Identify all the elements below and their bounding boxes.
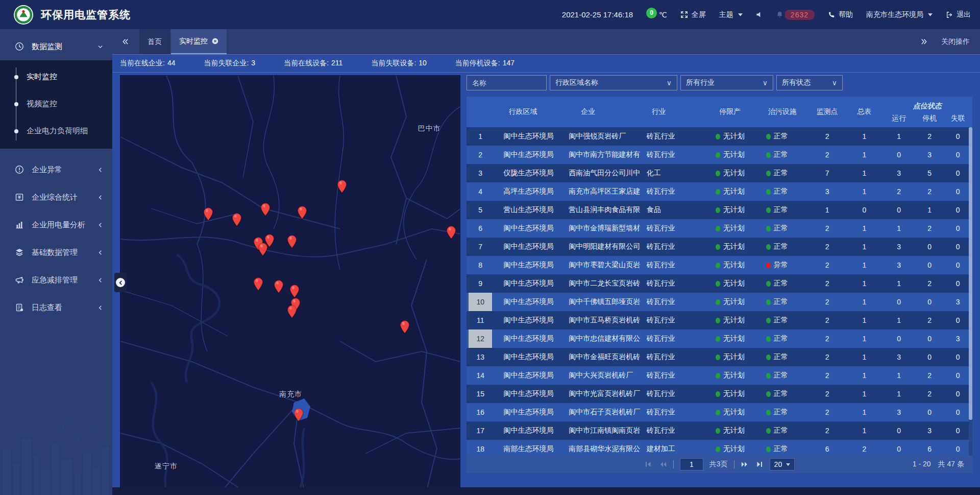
- map-marker[interactable]: [274, 280, 283, 293]
- map-marker[interactable]: [287, 235, 297, 248]
- row-number: 15: [467, 385, 495, 403]
- sidebar-item-基础数据管理[interactable]: 基础数据管理: [0, 239, 112, 266]
- map-marker[interactable]: [447, 226, 456, 239]
- map-marker[interactable]: [261, 203, 270, 216]
- sidebar-item-企业用电量分析[interactable]: 企业用电量分析: [0, 211, 112, 239]
- status-dot: [766, 281, 771, 287]
- table-row[interactable]: 4高坪生态环境局南充市高坪区王家店建砖瓦行业无计划正常31220: [467, 182, 972, 201]
- sidebar-item-数据监测[interactable]: 数据监测: [0, 33, 112, 60]
- map[interactable]: 巴中市南充市遂宁市: [120, 75, 460, 490]
- row-number: 8: [467, 256, 495, 274]
- scrollbar-thumb[interactable]: [969, 127, 972, 420]
- fullscreen-button[interactable]: 全屏: [680, 10, 706, 19]
- tabs-scroll-right-button[interactable]: [920, 38, 928, 45]
- sidebar-item-应急减排管理[interactable]: 应急减排管理: [0, 266, 112, 294]
- table-row[interactable]: 7阆中生态环境局阆中明阳建材有限公司砖瓦行业无计划正常21300: [467, 238, 972, 256]
- next-page-button[interactable]: [741, 460, 749, 468]
- industry-select[interactable]: 所有行业 ∨: [680, 75, 773, 90]
- sound-toggle[interactable]: [756, 11, 763, 18]
- table-row[interactable]: 17阆中生态环境局阆中市江南镇阆南页岩砖瓦行业无计划正常21030: [467, 421, 972, 440]
- table-cell: 1: [846, 238, 882, 256]
- tab-首页[interactable]: 首页: [139, 29, 170, 54]
- sidebar-subitem-视频监控[interactable]: 视频监控: [0, 90, 112, 117]
- stat-item: 当前在线设备:211: [284, 59, 342, 68]
- sidebar-subitem-企业电力负荷明细[interactable]: 企业电力负荷明细: [0, 117, 112, 145]
- sidebar-item-企业综合统计[interactable]: 企业综合统计: [0, 183, 112, 211]
- map-marker[interactable]: [294, 408, 303, 421]
- col-header-point-status-group: 点位状态 运行 停机 失联: [883, 97, 972, 127]
- status-dot: [766, 263, 771, 268]
- map-marker[interactable]: [232, 213, 241, 226]
- close-operations-button[interactable]: 关闭操作: [941, 37, 970, 46]
- notifications[interactable]: 2632: [776, 10, 815, 20]
- region-select[interactable]: 行政区域名称 ∨: [550, 75, 677, 90]
- table-cell: 14: [467, 366, 495, 385]
- status-dot: [766, 446, 771, 452]
- map-marker[interactable]: [254, 277, 263, 291]
- table-cell: 1: [846, 164, 882, 182]
- table-row[interactable]: 1阆中生态环境局阆中强锐页岩砖厂砖瓦行业无计划正常21120: [467, 127, 972, 146]
- table-row[interactable]: 14阆中生态环境局阆中大兴页岩机砖厂砖瓦行业无计划正常21120: [467, 366, 972, 385]
- table-row[interactable]: 10阆中生态环境局阆中千佛镇五郎垭页岩砖瓦行业无计划正常21003: [467, 293, 972, 311]
- stat-value: 147: [503, 59, 514, 67]
- table-cell: 阆中市忠信建材有限公: [566, 329, 645, 348]
- filter-bar: 行政区域名称 ∨ 所有行业 ∨ 所有状态 ∨: [467, 75, 972, 90]
- row-number: 6: [467, 219, 495, 238]
- table-row[interactable]: 2阆中生态环境局阆中市南方节能建材有砖瓦行业无计划正常21030: [467, 146, 972, 164]
- map-marker[interactable]: [204, 207, 213, 221]
- prev-page-button[interactable]: [658, 460, 667, 468]
- map-collapse-handle[interactable]: [114, 273, 127, 292]
- user-org-menu[interactable]: 南充市生态环境局: [866, 10, 933, 19]
- table-row[interactable]: 8阆中生态环境局阆中市枣碧大梁山页岩砖瓦行业无计划异常21300: [467, 256, 972, 274]
- map-marker[interactable]: [290, 285, 299, 298]
- map-marker[interactable]: [265, 234, 274, 247]
- page-size-select[interactable]: 20: [770, 458, 795, 470]
- logout-button[interactable]: 退出: [946, 10, 971, 19]
- table-row[interactable]: 16阆中生态环境局阆中市石子页岩机砖厂砖瓦行业无计划正常21300: [467, 403, 972, 421]
- tabs-scroll-left-button[interactable]: [112, 29, 138, 54]
- status-dot: [766, 391, 771, 397]
- table-cell: 食品: [645, 201, 703, 219]
- sidebar-item-日志查看[interactable]: 日志查看: [0, 294, 112, 321]
- map-city-label: 巴中市: [418, 124, 441, 133]
- table-cell: 无计划: [703, 329, 757, 348]
- row-number: 9: [467, 274, 495, 293]
- table-row[interactable]: 5营山生态环境局营山县润丰肉食品有限食品无计划正常10010: [467, 201, 972, 219]
- app-logo-icon: [13, 5, 34, 25]
- sidebar-subitem-label: 视频监控: [27, 99, 57, 109]
- map-marker[interactable]: [298, 206, 307, 219]
- theme-menu[interactable]: 主题: [719, 10, 743, 19]
- name-search-input[interactable]: [472, 79, 541, 87]
- table-cell: 正常: [757, 329, 808, 348]
- status-select[interactable]: 所有状态 ∨: [776, 75, 843, 90]
- table-row[interactable]: 9阆中生态环境局阆中市二龙长宝页岩砖砖瓦行业无计划正常21120: [467, 274, 972, 293]
- map-marker[interactable]: [287, 305, 297, 318]
- map-marker[interactable]: [400, 320, 409, 334]
- table-row[interactable]: 11阆中生态环境局阆中市五马桥页岩机砖砖瓦行业无计划正常21120: [467, 311, 972, 329]
- sidebar-item-企业异常[interactable]: 企业异常: [0, 156, 112, 183]
- table-scrollbar[interactable]: [969, 127, 972, 467]
- chevron-down-icon: [786, 463, 790, 466]
- help-button[interactable]: 帮助: [828, 10, 853, 19]
- status-text: 正常: [774, 316, 788, 325]
- tab-实时监控[interactable]: 实时监控: [171, 29, 227, 54]
- page-number-input[interactable]: [680, 458, 703, 470]
- table-cell: 2: [467, 146, 495, 164]
- table-row[interactable]: 12阆中生态环境局阆中市忠信建材有限公砖瓦行业无计划正常21003: [467, 329, 972, 348]
- table-row[interactable]: 13阆中生态环境局阆中市金福旺页岩机砖砖瓦行业无计划正常21300: [467, 348, 972, 366]
- table-cell: 无计划: [703, 348, 757, 366]
- chevron-down-icon: ∨: [763, 79, 768, 87]
- table-cell: 正常: [757, 311, 808, 329]
- table-row[interactable]: 15阆中生态环境局阆中市光富页岩机砖厂砖瓦行业无计划正常21120: [467, 385, 972, 403]
- table-row[interactable]: 6阆中生态环境局阆中市金博瑞新型墙材砖瓦行业无计划正常21120: [467, 219, 972, 238]
- sidebar-subitem-实时监控[interactable]: 实时监控: [0, 63, 112, 90]
- table-cell: 2: [916, 274, 944, 293]
- first-page-button[interactable]: [644, 460, 652, 468]
- map-marker[interactable]: [337, 180, 347, 193]
- tab-bar: 首页实时监控 关闭操作: [112, 29, 980, 55]
- name-search-field[interactable]: [467, 75, 547, 90]
- table-row[interactable]: 3仪陇生态环境局西南油气田分公司川中化工无计划正常71350: [467, 164, 972, 182]
- table-cell: 正常: [757, 219, 808, 238]
- last-page-button[interactable]: [755, 460, 764, 468]
- table-cell: 正常: [757, 127, 808, 146]
